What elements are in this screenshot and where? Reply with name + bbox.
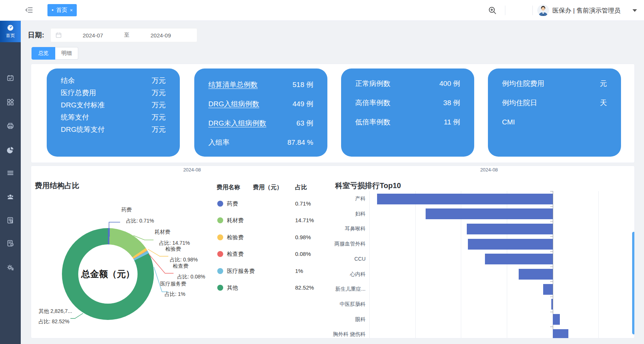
loss-bar[interactable] xyxy=(467,224,552,234)
tab-overview[interactable]: 总览 xyxy=(32,47,55,60)
stat-value: 11 例 xyxy=(444,117,460,127)
user-menu-caret-icon[interactable] xyxy=(633,9,637,12)
legend-header-amount: 费用（元） xyxy=(253,184,283,191)
stat-label: CMI xyxy=(502,118,515,126)
callout-other-pct: 占比: 82.52% xyxy=(39,318,69,325)
legend-dot xyxy=(217,217,223,223)
stat-value: 38 例 xyxy=(443,98,460,108)
doc-clock-icon xyxy=(6,239,14,247)
stat-label: 结余 xyxy=(61,76,75,86)
stat-value: 万元 xyxy=(152,88,166,98)
sidebar-item-calendar[interactable] xyxy=(6,74,14,82)
sidebar-item-list[interactable] xyxy=(6,169,14,177)
start-date-value[interactable]: 2024-07 xyxy=(62,32,124,39)
user-avatar[interactable] xyxy=(537,4,549,16)
loss-bar[interactable] xyxy=(519,269,553,280)
bar-category-labels: 产科妇科耳鼻喉科两腺血管外科CCU心内科新生儿重症...中医肛肠科眼科胸外科 烧… xyxy=(313,189,366,338)
loss-bar[interactable] xyxy=(543,284,553,295)
donut-center: 总金额（元） xyxy=(78,244,138,304)
end-date-value[interactable]: 2024-09 xyxy=(129,32,192,39)
callout-exam-pct: 占比: 0.08% xyxy=(177,274,205,280)
legend-row-drug[interactable]: 药费0.71% xyxy=(217,200,328,213)
legend-dot xyxy=(217,234,223,240)
callout-labtest: 检验费 xyxy=(165,246,181,253)
stat-label: 低倍率例数 xyxy=(355,117,390,127)
legend-row-other[interactable]: 其他82.52% xyxy=(217,284,328,297)
datazoom-slider[interactable] xyxy=(632,232,635,334)
loss-bar[interactable] xyxy=(551,299,553,310)
bar-category-label: 新生儿重症... xyxy=(313,286,366,293)
stat-label: 入组率 xyxy=(208,138,229,147)
loss-bar[interactable] xyxy=(426,208,553,219)
legend-name: 医疗服务费 xyxy=(227,268,255,275)
sidebar-item-team[interactable] xyxy=(6,193,14,201)
axis-tick xyxy=(550,267,553,267)
legend-name: 检验费 xyxy=(227,234,244,241)
stat-link-drg-ungrouped[interactable]: DRG未入组病例数 xyxy=(208,118,266,128)
stat-label: 例均住院日 xyxy=(502,98,537,108)
gridline xyxy=(369,191,370,338)
legend-percent: 1% xyxy=(295,268,303,274)
sidebar-item-pending-doc[interactable] xyxy=(6,239,14,247)
legend-row-exam[interactable]: 检查费0.08% xyxy=(217,250,328,263)
bar-category-label: 两腺血管外科 xyxy=(313,241,366,247)
menu-lines-icon xyxy=(6,169,14,177)
tab-active-dot: ● xyxy=(52,9,53,12)
stat-value: 63 例 xyxy=(297,118,313,128)
donut-center-label: 总金额（元） xyxy=(81,268,135,280)
legend-dot xyxy=(217,251,223,257)
user-role-label[interactable]: 医保办 | 售前演示管理员 xyxy=(552,6,621,15)
date-range-input[interactable]: 2024-07 至 2024-09 xyxy=(50,28,197,42)
pie-chart-icon xyxy=(6,146,14,154)
sidebar-item-analysis[interactable] xyxy=(6,146,14,154)
cost-structure-donut[interactable]: 总金额（元） xyxy=(62,228,154,320)
tab-close-icon[interactable]: × xyxy=(70,7,73,13)
bar-category-label: 心内科 xyxy=(313,271,366,278)
stat-label: 正常病例数 xyxy=(355,79,390,88)
bar-category-label: 耳鼻喉科 xyxy=(313,226,366,232)
legend-row-labtest[interactable]: 检验费0.98% xyxy=(217,234,328,246)
sidebar-item-record-search[interactable] xyxy=(6,216,14,224)
axis-tick xyxy=(550,327,553,327)
stat-cards-panel: 结余万元 医疗总费用万元 DRG支付标准万元 统筹支付万元 DRG统筹支付万元 … xyxy=(31,64,635,163)
stat-value: 449 例 xyxy=(293,99,313,109)
sidebar-item-print-report[interactable] xyxy=(6,122,14,130)
sidebar-item-home[interactable]: 首页 xyxy=(0,21,21,42)
donut-chart-title: 费用结构占比 xyxy=(35,181,79,191)
loss-bar[interactable] xyxy=(553,329,568,338)
axis-tick xyxy=(550,206,553,207)
tab-home-label: 首页 xyxy=(56,7,67,14)
axis-tick xyxy=(550,236,553,237)
legend-row-service[interactable]: 医疗服务费1% xyxy=(217,267,328,280)
card-payment-summary: 结余万元 医疗总费用万元 DRG支付标准万元 统筹支付万元 DRG统筹支付万元 xyxy=(47,69,180,157)
right-chart-period: 2024-08 xyxy=(480,167,498,173)
legend-name: 其他 xyxy=(227,284,238,291)
tab-detail[interactable]: 明细 xyxy=(55,47,78,60)
sidebar-item-home-label: 首页 xyxy=(6,33,15,39)
stat-link-settlement-total[interactable]: 结算清单总例数 xyxy=(208,80,258,90)
legend-dot xyxy=(217,201,223,207)
stat-value: 元 xyxy=(600,79,607,88)
card-case-rates: 正常病例数400 例 高倍率例数38 例 低倍率例数11 例 xyxy=(341,69,474,157)
callout-service: 医疗服务费 xyxy=(160,281,186,287)
legend-percent: 0.98% xyxy=(295,234,311,240)
loss-bar[interactable] xyxy=(377,194,553,204)
sidebar-item-settings[interactable] xyxy=(6,263,14,271)
bar-category-label: 眼科 xyxy=(313,316,366,323)
legend-percent: 0.08% xyxy=(295,251,311,257)
axis-tick xyxy=(550,297,553,297)
callout-service-pct: 占比: 1% xyxy=(165,291,185,298)
sidebar-item-apps[interactable] xyxy=(6,98,14,106)
tab-home[interactable]: ● 首页 × xyxy=(47,4,77,16)
gridline xyxy=(598,191,599,338)
loss-bar[interactable] xyxy=(468,239,553,250)
stat-link-drg-grouped[interactable]: DRG入组病例数 xyxy=(208,99,259,109)
zoom-in-icon[interactable] xyxy=(488,6,497,15)
legend-row-consumables[interactable]: 耗材费14.71% xyxy=(217,217,328,229)
legend-name: 耗材费 xyxy=(227,217,244,224)
loss-bar[interactable] xyxy=(485,254,553,264)
left-chart-period: 2024-08 xyxy=(183,167,201,173)
loss-bar[interactable] xyxy=(553,314,560,325)
legend-name: 检查费 xyxy=(227,251,244,258)
collapse-sidebar-icon[interactable] xyxy=(25,7,33,14)
